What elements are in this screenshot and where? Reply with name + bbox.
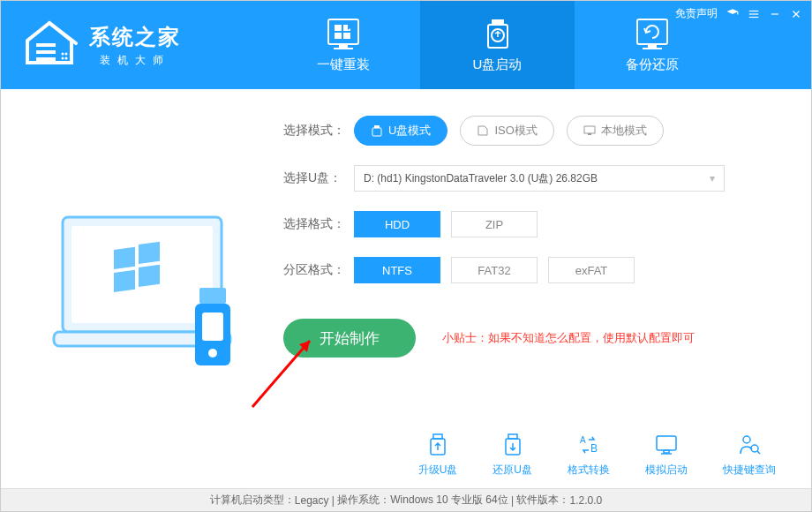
app-title: 系统之家 [89, 23, 181, 51]
action-restore-usb[interactable]: 还原U盘 [492, 433, 532, 478]
tab-reinstall[interactable]: 一键重装 [266, 1, 420, 89]
mode-row: 选择模式： U盘模式 ISO模式 本地模式 [283, 116, 776, 146]
svg-rect-25 [643, 48, 662, 49]
svg-text:A: A [580, 435, 586, 445]
svg-rect-23 [637, 19, 667, 44]
svg-point-9 [62, 53, 64, 56]
mode-iso-button[interactable]: ISO模式 [460, 116, 553, 146]
app-subtitle: 装机大师 [89, 53, 181, 68]
svg-rect-29 [114, 247, 135, 269]
svg-rect-48 [664, 450, 669, 453]
monitor-icon [583, 124, 596, 137]
svg-point-10 [65, 53, 68, 56]
format-zip-button[interactable]: ZIP [451, 211, 538, 237]
iso-icon [477, 124, 489, 137]
action-label: 升级U盘 [418, 463, 458, 478]
svg-rect-13 [328, 19, 358, 44]
svg-rect-6 [36, 43, 56, 47]
tab-label: 一键重装 [317, 56, 370, 73]
action-format-convert[interactable]: AB 格式转换 [568, 433, 610, 478]
svg-rect-8 [36, 57, 56, 61]
action-upgrade-usb[interactable]: 升级U盘 [418, 433, 458, 478]
window-titlebar: 免责声明 [675, 6, 802, 21]
action-label: 还原U盘 [492, 463, 532, 478]
svg-rect-18 [335, 33, 342, 39]
usb-icon [371, 124, 383, 137]
tab-label: U盘启动 [473, 56, 523, 73]
convert-icon: AB [576, 433, 601, 457]
svg-rect-7 [36, 50, 56, 54]
close-icon[interactable] [790, 8, 802, 20]
format-hdd-button[interactable]: HDD [354, 211, 440, 237]
tab-label: 备份还原 [626, 56, 679, 73]
action-simulate-boot[interactable]: 模拟启动 [645, 433, 688, 478]
mode-local-button[interactable]: 本地模式 [567, 116, 664, 146]
usb-drive-select[interactable]: D: (hd1) KingstonDataTraveler 3.0 (U盘) 2… [354, 165, 725, 192]
mode-label: 选择模式： [283, 123, 354, 139]
svg-point-11 [62, 57, 64, 60]
format-label: 选择格式： [283, 216, 354, 232]
start-row: 开始制作 小贴士：如果不知道怎么配置，使用默认配置即可 [283, 319, 776, 358]
usb-select-value: D: (hd1) KingstonDataTraveler 3.0 (U盘) 2… [364, 171, 598, 186]
svg-rect-38 [372, 128, 381, 136]
action-label: 格式转换 [568, 463, 610, 478]
action-shortcut-query[interactable]: 快捷键查询 [723, 433, 776, 478]
backup-icon [634, 18, 671, 51]
bottom-actions: 升级U盘 还原U盘 AB 格式转换 模拟启动 快捷键查询 [418, 433, 776, 478]
svg-rect-31 [114, 270, 135, 292]
usb-restore-icon [500, 433, 525, 457]
illustration [36, 116, 266, 478]
mode-btn-label: 本地模式 [601, 123, 647, 139]
usb-boot-icon [479, 18, 516, 51]
mode-usb-button[interactable]: U盘模式 [354, 116, 447, 146]
app-header: 免责声明 系统之家 装机大师 一键重装 U盘启动 [1, 1, 811, 89]
svg-rect-15 [334, 48, 353, 49]
main-tabs: 一键重装 U盘启动 备份还原 [266, 1, 729, 89]
partition-ntfs-button[interactable]: NTFS [354, 257, 440, 283]
partition-row: 分区格式： NTFS FAT32 exFAT [283, 257, 776, 283]
svg-line-52 [757, 451, 760, 454]
svg-rect-32 [139, 265, 160, 287]
laptop-usb-illustration [45, 200, 257, 394]
svg-rect-24 [648, 44, 657, 48]
mode-btn-label: ISO模式 [494, 123, 537, 139]
person-search-icon [737, 433, 762, 457]
format-row: 选择格式： HDD ZIP [283, 211, 776, 237]
svg-rect-33 [199, 288, 226, 304]
svg-point-51 [751, 445, 758, 452]
svg-rect-39 [584, 126, 595, 133]
logo: 系统之家 装机大师 [19, 19, 266, 72]
graduation-icon[interactable] [726, 8, 739, 20]
partition-exfat-button[interactable]: exFAT [548, 257, 635, 283]
svg-rect-19 [343, 33, 350, 39]
svg-rect-40 [588, 133, 591, 135]
usb-upgrade-icon [425, 433, 450, 457]
settings-panel: 选择模式： U盘模式 ISO模式 本地模式 选择U盘： D: (hd1) Kin… [266, 116, 776, 478]
chevron-down-icon: ▾ [710, 172, 715, 184]
tab-usb-boot[interactable]: U盘启动 [420, 1, 575, 89]
svg-rect-47 [657, 436, 676, 450]
svg-rect-35 [202, 312, 223, 341]
partition-label: 分区格式： [283, 262, 354, 278]
monitor-icon [654, 433, 679, 457]
windows-reinstall-icon [325, 18, 362, 51]
status-bar: 计算机启动类型：Legacy | 操作系统：Windows 10 专业版 64位… [1, 488, 811, 511]
svg-point-50 [743, 436, 750, 443]
svg-rect-14 [339, 44, 348, 48]
partition-fat32-button[interactable]: FAT32 [451, 257, 538, 283]
svg-point-12 [65, 57, 68, 60]
main-content: 选择模式： U盘模式 ISO模式 本地模式 选择U盘： D: (hd1) Kin… [1, 89, 811, 478]
svg-rect-16 [335, 25, 342, 31]
svg-text:B: B [590, 442, 598, 455]
usb-label: 选择U盘： [283, 170, 354, 186]
usb-select-row: 选择U盘： D: (hd1) KingstonDataTraveler 3.0 … [283, 165, 776, 192]
minimize-icon[interactable] [769, 8, 781, 20]
svg-point-36 [208, 349, 217, 358]
disclaimer-link[interactable]: 免责声明 [675, 6, 718, 21]
action-label: 模拟启动 [645, 463, 688, 478]
menu-icon[interactable] [748, 8, 760, 20]
action-label: 快捷键查询 [723, 463, 776, 478]
mode-btn-label: U盘模式 [388, 123, 431, 139]
start-create-button[interactable]: 开始制作 [283, 319, 416, 358]
tip-text: 小贴士：如果不知道怎么配置，使用默认配置即可 [442, 330, 695, 346]
